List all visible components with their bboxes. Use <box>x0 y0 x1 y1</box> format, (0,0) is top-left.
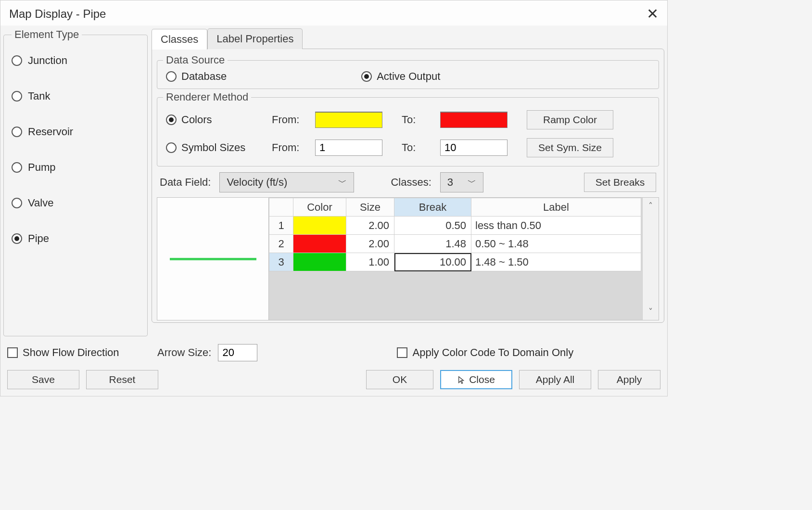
table-scrollbar[interactable]: ˄ ˅ <box>642 198 659 320</box>
renderer-method-group: Renderer Method Colors From: To: Ramp Co… <box>157 91 659 166</box>
to-label: To: <box>402 141 440 154</box>
col-header-size[interactable]: Size <box>346 198 394 217</box>
table-row[interactable]: 2 2.00 1.48 0.50 ~ 1.48 <box>269 235 641 253</box>
titlebar: Map Display - Pipe ✕ <box>0 0 667 26</box>
data-field-select[interactable]: Velocity (ft/s) ﹀ <box>219 172 354 192</box>
radio-icon <box>166 115 177 125</box>
size-to-input[interactable] <box>440 140 508 156</box>
button-label: Apply All <box>536 374 575 385</box>
row-break[interactable]: 10.00 <box>394 253 471 271</box>
tab-classes[interactable]: Classes <box>152 29 207 50</box>
symbol-preview <box>157 197 268 320</box>
classes-label: Classes: <box>391 176 431 189</box>
set-sym-size-button[interactable]: Set Sym. Size <box>527 138 613 157</box>
tab-label-properties[interactable]: Label Properties <box>207 28 303 49</box>
row-label[interactable]: less than 0.50 <box>471 217 641 235</box>
arrow-size-input[interactable] <box>218 344 257 361</box>
col-header-break[interactable]: Break <box>394 198 471 217</box>
data-field-label: Data Field: <box>160 176 211 189</box>
table-row[interactable]: 1 2.00 0.50 less than 0.50 <box>269 217 641 235</box>
class-table[interactable]: Color Size Break Label 1 2. <box>268 197 659 320</box>
window-title: Map Display - Pipe <box>9 7 106 21</box>
element-type-valve[interactable]: Valve <box>12 197 140 209</box>
color-to-swatch[interactable] <box>440 112 508 128</box>
row-index[interactable]: 1 <box>269 217 293 235</box>
row-label[interactable]: 1.48 ~ 1.50 <box>471 253 641 271</box>
checkbox-label: Apply Color Code To Domain Only <box>412 346 573 359</box>
row-index[interactable]: 3 <box>269 253 293 271</box>
button-label: Set Breaks <box>596 177 645 188</box>
map-display-window: Map Display - Pipe ✕ Element Type Juncti… <box>0 0 668 396</box>
color-swatch-icon <box>293 217 346 234</box>
save-button[interactable]: Save <box>7 370 79 389</box>
table-row[interactable]: 3 1.00 10.00 1.48 ~ 1.50 <box>269 253 641 271</box>
button-label: Save <box>32 374 55 385</box>
button-label: OK <box>393 374 407 385</box>
data-source-legend: Data Source <box>163 54 228 66</box>
set-breaks-button[interactable]: Set Breaks <box>584 173 656 192</box>
size-from-input[interactable] <box>315 140 382 156</box>
data-source-label: Database <box>181 70 227 83</box>
element-type-label: Pump <box>28 161 55 174</box>
scroll-down-icon[interactable]: ˅ <box>648 306 653 317</box>
tab-label: Classes <box>161 33 198 45</box>
button-label: Apply <box>617 374 642 385</box>
element-type-pipe[interactable]: Pipe <box>12 232 140 245</box>
chevron-down-icon: ﹀ <box>338 177 347 188</box>
col-header-color[interactable]: Color <box>293 198 346 217</box>
element-type-pump[interactable]: Pump <box>12 161 140 174</box>
renderer-symbol-sizes[interactable]: Symbol Sizes <box>166 141 272 154</box>
row-color[interactable] <box>293 217 346 235</box>
row-break[interactable]: 0.50 <box>394 217 471 235</box>
from-label: From: <box>272 141 315 154</box>
row-break[interactable]: 1.48 <box>394 235 471 253</box>
col-header-label[interactable]: Label <box>471 198 641 217</box>
row-size[interactable]: 2.00 <box>346 217 394 235</box>
tab-label: Label Properties <box>216 33 293 45</box>
element-type-legend: Element Type <box>12 28 82 41</box>
color-swatch-icon <box>293 235 346 253</box>
renderer-label: Colors <box>181 114 212 126</box>
arrow-size-label: Arrow Size: <box>157 346 211 359</box>
row-label[interactable]: 0.50 ~ 1.48 <box>471 235 641 253</box>
data-source-active-output[interactable]: Active Output <box>361 70 440 83</box>
row-size[interactable]: 1.00 <box>346 253 394 271</box>
element-type-reservoir[interactable]: Reservoir <box>12 126 140 138</box>
apply-button[interactable]: Apply <box>598 370 660 389</box>
ok-button[interactable]: OK <box>366 370 433 389</box>
radio-icon <box>166 142 177 153</box>
classes-count-select[interactable]: 3 ﹀ <box>440 172 483 192</box>
element-type-label: Tank <box>28 90 50 102</box>
preview-line-icon <box>170 258 256 260</box>
apply-all-button[interactable]: Apply All <box>519 370 591 389</box>
classes-panel: Data Source Database Active Output Rend <box>152 49 664 323</box>
data-source-database[interactable]: Database <box>166 70 227 83</box>
button-label: Reset <box>109 374 136 385</box>
reset-button[interactable]: Reset <box>86 370 158 389</box>
row-size[interactable]: 2.00 <box>346 235 394 253</box>
checkbox-icon <box>397 347 407 358</box>
tabs: Classes Label Properties <box>152 28 664 49</box>
element-type-label: Junction <box>28 54 67 67</box>
apply-color-domain-checkbox[interactable]: Apply Color Code To Domain Only <box>397 346 573 359</box>
renderer-label: Symbol Sizes <box>181 141 245 154</box>
cursor-icon <box>457 375 466 384</box>
row-index[interactable]: 2 <box>269 235 293 253</box>
close-icon[interactable]: ✕ <box>647 7 659 21</box>
radio-icon <box>12 162 22 173</box>
close-button[interactable]: Close <box>440 370 512 389</box>
table-corner[interactable] <box>269 198 293 217</box>
element-type-tank[interactable]: Tank <box>12 90 140 102</box>
scroll-up-icon[interactable]: ˄ <box>648 201 653 211</box>
color-from-swatch[interactable] <box>315 112 382 128</box>
element-type-label: Reservoir <box>28 126 73 138</box>
radio-icon <box>12 55 22 66</box>
element-type-junction[interactable]: Junction <box>12 54 140 67</box>
renderer-colors[interactable]: Colors <box>166 114 272 126</box>
radio-icon <box>166 71 177 82</box>
row-color[interactable] <box>293 253 346 271</box>
row-color[interactable] <box>293 235 346 253</box>
classes-count-value: 3 <box>447 176 453 189</box>
ramp-color-button[interactable]: Ramp Color <box>527 110 613 129</box>
show-flow-direction-checkbox[interactable]: Show Flow Direction <box>7 346 157 359</box>
